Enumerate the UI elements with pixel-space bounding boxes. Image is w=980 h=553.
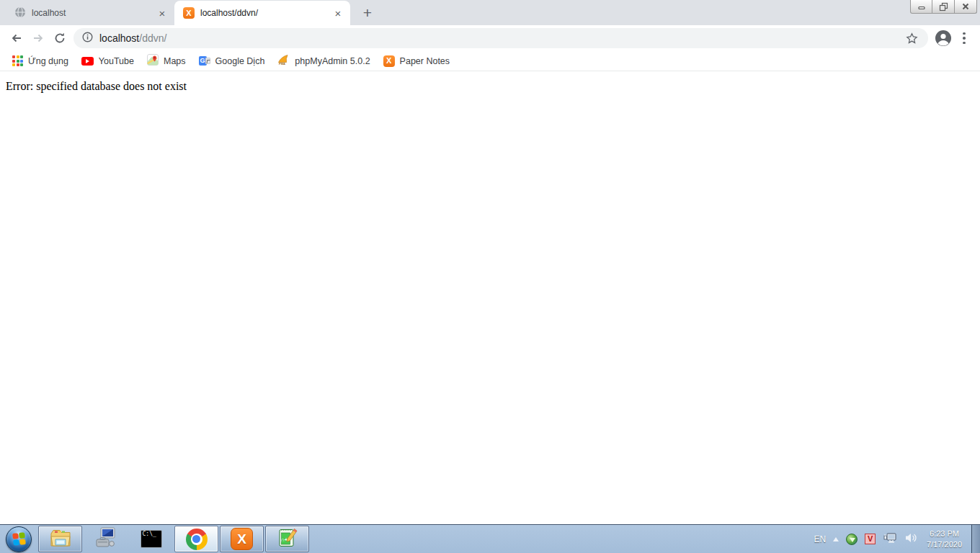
bookmark-label: Maps — [164, 56, 186, 66]
tab-title: localhost/ddvn/ — [200, 8, 326, 18]
desktop-screen: localhost × X localhost/ddvn/ × + — [0, 0, 980, 553]
taskbar-computer[interactable] — [84, 526, 128, 552]
tab-title: localhost — [32, 8, 150, 18]
start-button[interactable] — [0, 525, 37, 553]
error-message: Error: specified database does not exist — [0, 71, 980, 102]
tab-localhost-ddvn[interactable]: X localhost/ddvn/ × — [174, 1, 350, 25]
reload-button[interactable] — [49, 27, 71, 49]
window-controls — [910, 0, 977, 14]
taskbar-command-prompt[interactable]: C:\_ — [129, 526, 173, 552]
close-tab-icon[interactable]: × — [156, 6, 169, 19]
url-text: localhost/ddvn/ — [99, 32, 166, 44]
idm-tray-icon[interactable] — [846, 534, 858, 545]
bookmark-label: Google Dịch — [215, 56, 265, 66]
chrome-menu-icon[interactable] — [954, 27, 974, 49]
bookmark-label: Ứng dụng — [28, 56, 68, 66]
apps-grid-icon — [12, 55, 23, 66]
bookmark-apps[interactable]: Ứng dụng — [6, 53, 75, 70]
url-host: localhost — [99, 32, 139, 44]
system-tray: EN V 6:23 PM 7/1 — [814, 525, 980, 553]
close-tab-icon[interactable]: × — [331, 6, 344, 19]
google-maps-icon — [147, 54, 159, 68]
taskbar: C:\_ X ∩++ EN V — [0, 524, 980, 553]
browser-window: localhost × X localhost/ddvn/ × + — [0, 0, 980, 524]
network-tray-icon[interactable] — [883, 531, 897, 547]
close-window-button[interactable] — [955, 0, 977, 14]
profile-avatar[interactable] — [932, 27, 954, 49]
language-indicator[interactable]: EN — [814, 534, 826, 544]
volume-tray-icon[interactable] — [904, 532, 917, 546]
page-info-icon[interactable] — [82, 32, 93, 45]
command-prompt-icon: C:\_ — [141, 530, 162, 548]
url-path: /ddvn/ — [139, 32, 166, 44]
clock[interactable]: 6:23 PM 7/17/2020 — [927, 529, 962, 549]
bookmark-youtube[interactable]: YouTube — [75, 53, 141, 70]
back-button[interactable] — [6, 27, 27, 49]
bookmark-star-icon[interactable] — [904, 30, 919, 46]
bookmarks-bar: Ứng dụng YouTube Maps — [0, 51, 980, 71]
taskbar-google-chrome[interactable] — [174, 526, 218, 552]
chrome-icon — [186, 529, 208, 550]
bookmark-phpmyadmin[interactable]: PMA phpMyAdmin 5.0.2 — [271, 53, 376, 70]
tab-localhost[interactable]: localhost × — [6, 1, 174, 25]
taskbar-windows-explorer[interactable] — [38, 526, 82, 552]
windows-logo-icon — [6, 526, 32, 552]
bookmark-label: Paper Notes — [400, 56, 450, 66]
bookmark-paper-notes[interactable]: X Paper Notes — [377, 53, 456, 70]
show-desktop-button[interactable] — [971, 525, 980, 553]
phpmyadmin-icon: PMA — [277, 54, 290, 68]
bookmark-label: YouTube — [99, 56, 134, 66]
restore-button[interactable] — [932, 0, 955, 14]
xampp-icon: X — [183, 7, 195, 19]
google-translate-icon: G — [199, 55, 210, 67]
globe-icon — [14, 6, 26, 20]
minimize-button[interactable] — [910, 0, 932, 14]
show-hidden-icons-arrow[interactable] — [833, 537, 839, 541]
folder-icon — [49, 527, 72, 552]
page-content: Error: specified database does not exist — [0, 71, 980, 524]
new-tab-button[interactable]: + — [358, 4, 377, 22]
address-bar[interactable]: localhost/ddvn/ — [74, 28, 928, 48]
notepad-plus-plus-icon: ∩++ — [277, 527, 298, 552]
browser-toolbar: localhost/ddvn/ — [0, 25, 980, 51]
tab-strip: localhost × X localhost/ddvn/ × + — [0, 0, 980, 25]
taskbar-xampp[interactable]: X — [220, 526, 264, 552]
v-antivirus-tray-icon[interactable]: V — [865, 534, 876, 544]
svg-text:PMA: PMA — [279, 62, 285, 66]
tray-date: 7/17/2020 — [927, 539, 962, 550]
taskbar-notepad-plus-plus[interactable]: ∩++ — [265, 526, 309, 552]
xampp-icon: X — [383, 55, 395, 67]
bookmark-google-translate[interactable]: G Google Dịch — [192, 53, 272, 70]
forward-button[interactable] — [27, 27, 49, 49]
bookmark-maps[interactable]: Maps — [141, 53, 192, 70]
bookmark-label: phpMyAdmin 5.0.2 — [295, 56, 370, 66]
tray-time: 6:23 PM — [927, 529, 962, 539]
computer-toolbox-icon — [94, 527, 117, 552]
xampp-icon: X — [231, 528, 253, 550]
youtube-icon — [81, 57, 94, 66]
